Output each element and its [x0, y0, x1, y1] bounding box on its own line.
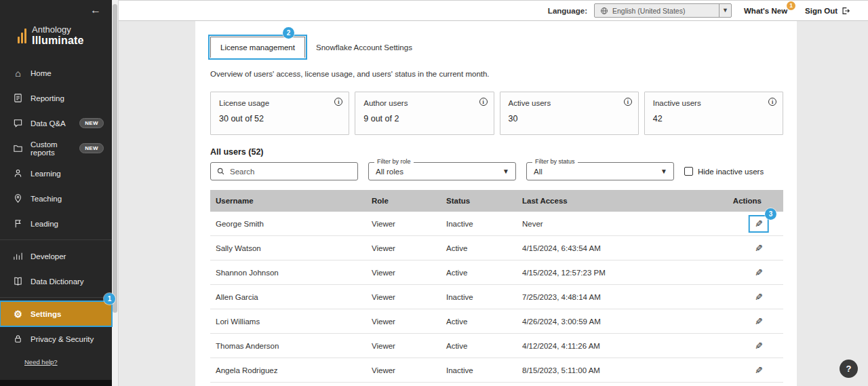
table-row: Allen Garcia Viewer Inactive 7/25/2023, …: [210, 285, 783, 309]
chat-icon: [12, 118, 24, 128]
filter-role-select[interactable]: Filter by role All roles ▼: [368, 162, 516, 180]
cell-status: Active: [441, 317, 517, 326]
edit-pencil-icon[interactable]: ✎: [751, 315, 767, 328]
sidebar-item-label: Learning: [31, 170, 61, 178]
edit-pencil-icon[interactable]: ✎: [751, 339, 767, 353]
cell-username: George Smith: [210, 220, 366, 228]
content-card: License management Snowflake Account Set…: [195, 21, 797, 386]
sidebar-item-data-dictionary[interactable]: Data Dictionary: [0, 269, 112, 294]
cell-username: Shannon Johnson: [210, 269, 366, 277]
sidebar-item-label: Teaching: [31, 195, 62, 203]
whats-new-count-badge: 1: [787, 1, 795, 10]
stat-value: 30 out of 52: [219, 114, 340, 123]
sidebar-item-label: Custom reports: [31, 140, 73, 157]
bar-chart-icon: [12, 251, 24, 261]
sidebar-item-teaching[interactable]: Teaching: [0, 186, 112, 211]
page-description: Overview of users' access, license usage…: [210, 70, 783, 78]
book-icon: [12, 276, 24, 286]
help-button[interactable]: ?: [840, 360, 858, 378]
chevron-down-icon: ▼: [502, 168, 515, 175]
scrollbar-thumb[interactable]: [113, 4, 117, 313]
edit-pencil-icon[interactable]: ✎: [751, 364, 767, 377]
column-header-actions: Actions: [722, 197, 783, 205]
brand-line1: Anthology: [32, 24, 84, 35]
filter-status-label: Filter by status: [532, 158, 578, 165]
tab-snowflake-account-settings[interactable]: Snowflake Account Settings: [305, 37, 423, 58]
sign-out-icon: [841, 6, 850, 16]
sidebar-item-label: Privacy & Security: [31, 335, 94, 343]
cell-role: Viewer: [366, 317, 441, 326]
cell-username: Angela Rodriguez: [210, 366, 366, 374]
lock-icon: [12, 334, 24, 344]
sidebar-item-label: Settings: [31, 310, 61, 318]
cell-username: Thomas Anderson: [210, 342, 366, 350]
info-icon[interactable]: i: [334, 98, 342, 106]
stat-value: 9 out of 2: [363, 114, 485, 123]
language-label: Language:: [548, 7, 587, 15]
chevron-down-icon: ▼: [719, 4, 731, 17]
nav-divider: [0, 297, 112, 298]
whats-new-link[interactable]: What's New 1: [744, 7, 787, 15]
cell-role: Viewer: [366, 342, 441, 350]
new-badge: NEW: [79, 118, 104, 128]
column-header-status: Status: [441, 197, 517, 205]
info-icon[interactable]: i: [768, 98, 776, 106]
cell-last-access: 4/15/2024, 6:43:54 AM: [517, 244, 722, 252]
need-help-link[interactable]: Need help?: [24, 358, 112, 366]
table-row: George Smith Viewer Inactive Never ✎: [210, 212, 783, 236]
folder-icon: [12, 143, 24, 153]
search-box: [210, 162, 358, 180]
stat-card-active-users: Active users 30 i: [500, 92, 639, 135]
sidebar-item-learning[interactable]: Learning: [0, 161, 112, 186]
stat-card-author-users: Author users 9 out of 2 i: [355, 92, 494, 135]
column-header-last-access: Last Access: [517, 197, 722, 205]
edit-pencil-icon[interactable]: ✎: [751, 266, 767, 279]
info-icon[interactable]: i: [479, 98, 488, 106]
info-icon[interactable]: i: [624, 98, 632, 106]
cell-last-access: 4/15/2024, 12:57:23 PM: [517, 269, 722, 277]
hide-inactive-checkbox[interactable]: [684, 167, 693, 176]
cell-status: Active: [441, 269, 517, 277]
edit-pencil-icon[interactable]: ✎: [751, 217, 767, 231]
sidebar-item-privacy-security[interactable]: Privacy & Security: [0, 326, 112, 351]
cell-role: Viewer: [366, 366, 441, 374]
sidebar-item-developer[interactable]: Developer: [0, 244, 112, 269]
pin-icon: [12, 193, 24, 204]
sidebar-item-custom-reports[interactable]: Custom reports NEW: [0, 136, 112, 161]
sidebar-item-data-qa[interactable]: Data Q&A NEW: [0, 111, 112, 136]
filter-role-label: Filter by role: [374, 158, 414, 165]
gear-icon: ⚙: [12, 309, 24, 320]
hide-inactive-label: Hide inactive users: [698, 168, 764, 176]
table-header-row: Username Role Status Last Access Actions: [210, 190, 783, 212]
stat-card-inactive-users: Inactive users 42 i: [644, 92, 783, 135]
new-badge: NEW: [79, 143, 104, 153]
sidebar-item-label: Home: [31, 69, 52, 77]
search-input[interactable]: [230, 168, 352, 176]
globe-icon: [600, 7, 608, 15]
callout-step-1: 1: [104, 293, 115, 305]
tab-license-management[interactable]: License management: [210, 37, 305, 58]
sidebar-item-reporting[interactable]: Reporting: [0, 85, 112, 111]
column-header-role: Role: [366, 197, 441, 205]
cell-username: Lori Williams: [210, 317, 366, 326]
sidebar-item-label: Developer: [31, 252, 66, 260]
sign-out-button[interactable]: Sign Out: [805, 6, 850, 16]
filter-status-select[interactable]: Filter by status All ▼: [526, 162, 674, 180]
collapse-sidebar-icon[interactable]: ←: [90, 4, 101, 16]
table-row: Lori Williams Viewer Active 4/26/2024, 3…: [210, 309, 783, 334]
language-select[interactable]: English (United States) ▼: [594, 3, 732, 18]
cell-last-access: 8/15/2023, 5:11:00 AM: [517, 366, 722, 374]
callout-step-2: 2: [283, 27, 294, 39]
sidebar-item-settings[interactable]: ⚙ Settings: [0, 301, 112, 326]
edit-pencil-icon[interactable]: ✎: [751, 290, 767, 304]
hide-inactive-checkbox-wrap: Hide inactive users: [684, 167, 764, 176]
edit-pencil-icon[interactable]: ✎: [751, 242, 767, 255]
sign-out-label: Sign Out: [805, 7, 837, 15]
sidebar-item-home[interactable]: ⌂ Home: [0, 60, 112, 85]
sidebar-item-leading[interactable]: Leading: [0, 211, 112, 236]
cell-status: Active: [441, 342, 517, 350]
sidebar: ← Anthology Illuminate ⌂ Home Reporting …: [0, 0, 112, 386]
cell-status: Inactive: [441, 220, 517, 228]
table-row: Shannon Johnson Viewer Active 4/15/2024,…: [210, 260, 783, 285]
table-row: Thomas Anderson Viewer Active 4/12/2024,…: [210, 334, 783, 358]
